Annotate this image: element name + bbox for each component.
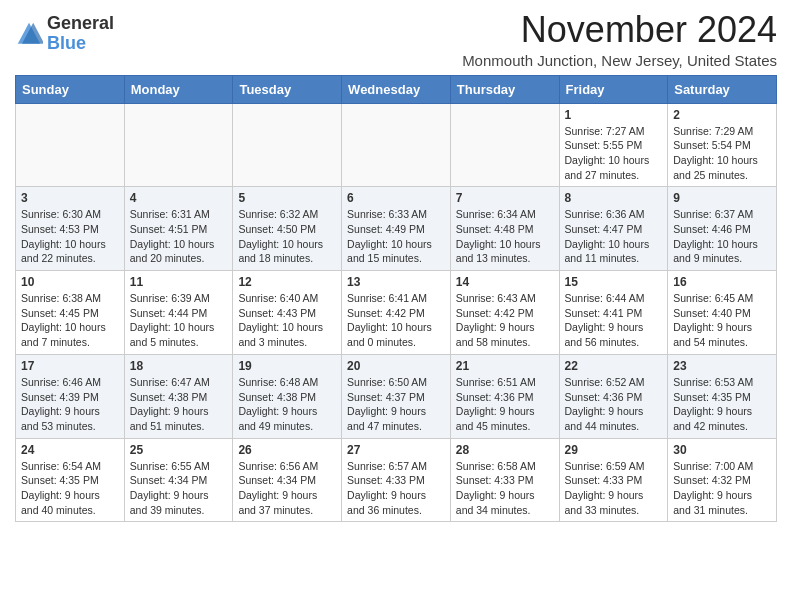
col-header-saturday: Saturday [668,75,777,103]
month-title: November 2024 [462,10,777,50]
logo: General Blue [15,14,114,54]
calendar-cell: 24Sunrise: 6:54 AM Sunset: 4:35 PM Dayli… [16,438,125,522]
day-number: 9 [673,191,771,205]
calendar-row-5: 24Sunrise: 6:54 AM Sunset: 4:35 PM Dayli… [16,438,777,522]
calendar-cell: 23Sunrise: 6:53 AM Sunset: 4:35 PM Dayli… [668,354,777,438]
day-detail: Sunrise: 7:00 AM Sunset: 4:32 PM Dayligh… [673,459,771,518]
day-number: 8 [565,191,663,205]
day-number: 30 [673,443,771,457]
day-detail: Sunrise: 6:50 AM Sunset: 4:37 PM Dayligh… [347,375,445,434]
title-block: November 2024 Monmouth Junction, New Jer… [462,10,777,69]
header: General Blue November 2024 Monmouth Junc… [15,10,777,69]
calendar-cell: 15Sunrise: 6:44 AM Sunset: 4:41 PM Dayli… [559,271,668,355]
day-number: 3 [21,191,119,205]
day-detail: Sunrise: 6:54 AM Sunset: 4:35 PM Dayligh… [21,459,119,518]
calendar-cell: 3Sunrise: 6:30 AM Sunset: 4:53 PM Daylig… [16,187,125,271]
day-detail: Sunrise: 6:47 AM Sunset: 4:38 PM Dayligh… [130,375,228,434]
calendar-cell: 13Sunrise: 6:41 AM Sunset: 4:42 PM Dayli… [342,271,451,355]
calendar-table: SundayMondayTuesdayWednesdayThursdayFrid… [15,75,777,523]
day-number: 29 [565,443,663,457]
day-number: 7 [456,191,554,205]
calendar-row-3: 10Sunrise: 6:38 AM Sunset: 4:45 PM Dayli… [16,271,777,355]
day-number: 19 [238,359,336,373]
col-header-sunday: Sunday [16,75,125,103]
logo-blue-text: Blue [47,34,114,54]
col-header-thursday: Thursday [450,75,559,103]
calendar-cell: 12Sunrise: 6:40 AM Sunset: 4:43 PM Dayli… [233,271,342,355]
col-header-friday: Friday [559,75,668,103]
day-number: 22 [565,359,663,373]
day-number: 25 [130,443,228,457]
day-detail: Sunrise: 6:36 AM Sunset: 4:47 PM Dayligh… [565,207,663,266]
calendar-row-2: 3Sunrise: 6:30 AM Sunset: 4:53 PM Daylig… [16,187,777,271]
day-detail: Sunrise: 6:37 AM Sunset: 4:46 PM Dayligh… [673,207,771,266]
calendar-cell: 11Sunrise: 6:39 AM Sunset: 4:44 PM Dayli… [124,271,233,355]
logo-icon [15,20,43,48]
day-detail: Sunrise: 6:41 AM Sunset: 4:42 PM Dayligh… [347,291,445,350]
day-detail: Sunrise: 6:30 AM Sunset: 4:53 PM Dayligh… [21,207,119,266]
day-detail: Sunrise: 6:57 AM Sunset: 4:33 PM Dayligh… [347,459,445,518]
day-number: 5 [238,191,336,205]
day-detail: Sunrise: 7:27 AM Sunset: 5:55 PM Dayligh… [565,124,663,183]
calendar-cell: 20Sunrise: 6:50 AM Sunset: 4:37 PM Dayli… [342,354,451,438]
day-number: 4 [130,191,228,205]
location: Monmouth Junction, New Jersey, United St… [462,52,777,69]
calendar-cell: 7Sunrise: 6:34 AM Sunset: 4:48 PM Daylig… [450,187,559,271]
calendar-cell: 16Sunrise: 6:45 AM Sunset: 4:40 PM Dayli… [668,271,777,355]
day-number: 20 [347,359,445,373]
calendar-cell: 2Sunrise: 7:29 AM Sunset: 5:54 PM Daylig… [668,103,777,187]
day-number: 6 [347,191,445,205]
calendar-cell [233,103,342,187]
day-detail: Sunrise: 6:46 AM Sunset: 4:39 PM Dayligh… [21,375,119,434]
day-detail: Sunrise: 6:31 AM Sunset: 4:51 PM Dayligh… [130,207,228,266]
day-detail: Sunrise: 6:55 AM Sunset: 4:34 PM Dayligh… [130,459,228,518]
logo-text: General Blue [47,14,114,54]
day-detail: Sunrise: 6:52 AM Sunset: 4:36 PM Dayligh… [565,375,663,434]
day-detail: Sunrise: 6:58 AM Sunset: 4:33 PM Dayligh… [456,459,554,518]
day-number: 11 [130,275,228,289]
day-detail: Sunrise: 6:38 AM Sunset: 4:45 PM Dayligh… [21,291,119,350]
calendar-row-1: 1Sunrise: 7:27 AM Sunset: 5:55 PM Daylig… [16,103,777,187]
calendar-cell [342,103,451,187]
calendar-cell: 30Sunrise: 7:00 AM Sunset: 4:32 PM Dayli… [668,438,777,522]
day-number: 10 [21,275,119,289]
col-header-tuesday: Tuesday [233,75,342,103]
day-detail: Sunrise: 6:59 AM Sunset: 4:33 PM Dayligh… [565,459,663,518]
calendar-header-row: SundayMondayTuesdayWednesdayThursdayFrid… [16,75,777,103]
day-number: 13 [347,275,445,289]
calendar-cell: 14Sunrise: 6:43 AM Sunset: 4:42 PM Dayli… [450,271,559,355]
calendar-cell: 29Sunrise: 6:59 AM Sunset: 4:33 PM Dayli… [559,438,668,522]
day-number: 12 [238,275,336,289]
day-detail: Sunrise: 6:44 AM Sunset: 4:41 PM Dayligh… [565,291,663,350]
calendar-cell [16,103,125,187]
day-detail: Sunrise: 6:39 AM Sunset: 4:44 PM Dayligh… [130,291,228,350]
calendar-cell: 18Sunrise: 6:47 AM Sunset: 4:38 PM Dayli… [124,354,233,438]
calendar-cell: 26Sunrise: 6:56 AM Sunset: 4:34 PM Dayli… [233,438,342,522]
calendar-cell: 8Sunrise: 6:36 AM Sunset: 4:47 PM Daylig… [559,187,668,271]
day-detail: Sunrise: 6:51 AM Sunset: 4:36 PM Dayligh… [456,375,554,434]
calendar-cell: 19Sunrise: 6:48 AM Sunset: 4:38 PM Dayli… [233,354,342,438]
day-number: 1 [565,108,663,122]
day-detail: Sunrise: 6:48 AM Sunset: 4:38 PM Dayligh… [238,375,336,434]
day-number: 17 [21,359,119,373]
day-detail: Sunrise: 6:40 AM Sunset: 4:43 PM Dayligh… [238,291,336,350]
day-number: 24 [21,443,119,457]
day-number: 21 [456,359,554,373]
day-number: 16 [673,275,771,289]
day-number: 23 [673,359,771,373]
calendar-cell: 22Sunrise: 6:52 AM Sunset: 4:36 PM Dayli… [559,354,668,438]
calendar-cell: 5Sunrise: 6:32 AM Sunset: 4:50 PM Daylig… [233,187,342,271]
day-detail: Sunrise: 6:33 AM Sunset: 4:49 PM Dayligh… [347,207,445,266]
day-detail: Sunrise: 6:45 AM Sunset: 4:40 PM Dayligh… [673,291,771,350]
day-detail: Sunrise: 6:56 AM Sunset: 4:34 PM Dayligh… [238,459,336,518]
calendar-cell: 21Sunrise: 6:51 AM Sunset: 4:36 PM Dayli… [450,354,559,438]
calendar-cell: 1Sunrise: 7:27 AM Sunset: 5:55 PM Daylig… [559,103,668,187]
day-number: 27 [347,443,445,457]
day-detail: Sunrise: 6:43 AM Sunset: 4:42 PM Dayligh… [456,291,554,350]
day-number: 28 [456,443,554,457]
day-detail: Sunrise: 6:34 AM Sunset: 4:48 PM Dayligh… [456,207,554,266]
calendar-cell [124,103,233,187]
day-detail: Sunrise: 6:53 AM Sunset: 4:35 PM Dayligh… [673,375,771,434]
day-number: 15 [565,275,663,289]
calendar-cell [450,103,559,187]
